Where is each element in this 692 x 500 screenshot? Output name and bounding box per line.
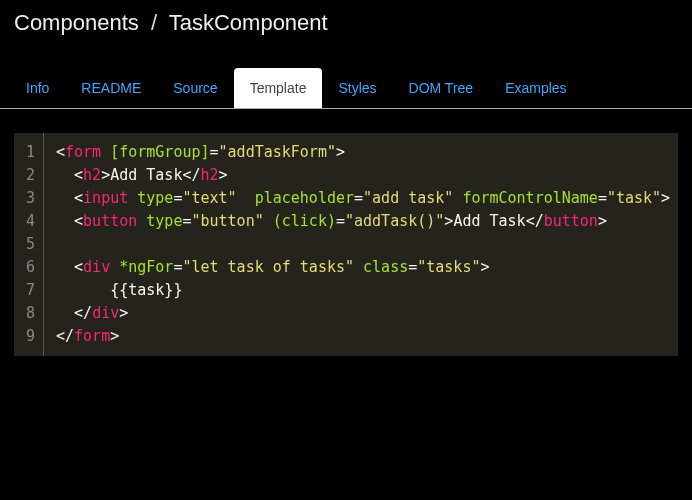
code-line[interactable]: <form [formGroup]="addTaskForm"> (56, 141, 670, 164)
breadcrumb-root[interactable]: Components (14, 10, 139, 35)
breadcrumb: Components / TaskComponent (0, 0, 692, 50)
code-line[interactable]: </div> (56, 302, 670, 325)
tab-bar: InfoREADMESourceTemplateStylesDOM TreeEx… (0, 68, 692, 109)
code-line[interactable]: </form> (56, 325, 670, 348)
code-line[interactable]: {{task}} (56, 279, 670, 302)
line-number: 4 (24, 210, 35, 233)
line-number: 7 (24, 279, 35, 302)
code-line[interactable]: <button type="button" (click)="addTask()… (56, 210, 670, 233)
line-number: 5 (24, 233, 35, 256)
code-editor[interactable]: 123456789 <form [formGroup]="addTaskForm… (14, 133, 678, 356)
line-number: 3 (24, 187, 35, 210)
line-number: 8 (24, 302, 35, 325)
code-content[interactable]: <form [formGroup]="addTaskForm"> <h2>Add… (44, 133, 682, 356)
breadcrumb-current: TaskComponent (169, 10, 328, 35)
line-number: 1 (24, 141, 35, 164)
tab-template[interactable]: Template (234, 68, 323, 108)
tab-readme[interactable]: README (65, 68, 157, 108)
line-number: 6 (24, 256, 35, 279)
code-line[interactable]: <div *ngFor="let task of tasks" class="t… (56, 256, 670, 279)
code-line[interactable]: <input type="text" placeholder="add task… (56, 187, 670, 210)
line-number: 2 (24, 164, 35, 187)
tab-examples[interactable]: Examples (489, 68, 582, 108)
breadcrumb-separator: / (151, 10, 157, 35)
tab-source[interactable]: Source (157, 68, 233, 108)
tab-info[interactable]: Info (10, 68, 65, 108)
tab-dom-tree[interactable]: DOM Tree (393, 68, 490, 108)
code-line[interactable] (56, 233, 670, 256)
tab-styles[interactable]: Styles (322, 68, 392, 108)
code-line[interactable]: <h2>Add Task</h2> (56, 164, 670, 187)
line-number-gutter: 123456789 (14, 133, 44, 356)
line-number: 9 (24, 325, 35, 348)
